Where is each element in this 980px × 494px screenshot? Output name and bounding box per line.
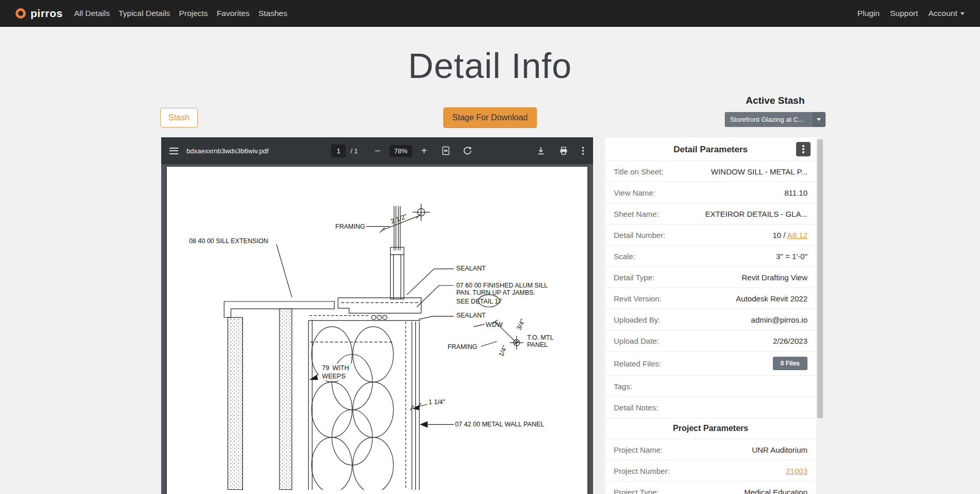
nav-item-plugin[interactable]: Plugin	[858, 9, 880, 18]
drawing-label: 1/4"	[497, 344, 509, 358]
menu-icon[interactable]	[169, 148, 178, 154]
stage-for-download-button[interactable]: Stage For Download	[443, 107, 537, 128]
brand-name: pirros	[30, 7, 63, 20]
param-row-project-number: Project Number: 21003	[605, 460, 816, 481]
drawing-label: 07 42 00 METAL WALL PANEL	[455, 421, 545, 428]
panel-menu-button[interactable]	[796, 142, 811, 156]
param-label: View Name:	[614, 188, 656, 197]
page-title: Detail Info	[0, 45, 980, 86]
param-value: Autodesk Revit 2022	[736, 294, 807, 303]
active-stash-select[interactable]: Storefront Glazing at C...	[725, 112, 826, 127]
panel-header: Detail Parameters	[605, 137, 816, 161]
zoom-in-button[interactable]: +	[419, 146, 429, 156]
param-label: Project Type:	[614, 488, 659, 494]
brand-logo[interactable]: pirros	[15, 7, 63, 20]
chevron-down-icon	[817, 118, 821, 121]
pdf-toolbar: bdxaexxrnb3wds3b6wiv.pdf 1 / 1 − 78% +	[161, 137, 593, 164]
nav-item-favorites[interactable]: Favorites	[216, 9, 250, 18]
param-row-related-files: Related Files: 0 Files	[605, 351, 816, 375]
print-icon[interactable]	[558, 146, 569, 156]
param-value: Revit Drafting View	[742, 273, 807, 282]
drawing-label: PAN. TURN UP AT JAMBS.	[456, 289, 535, 296]
param-row-title-on-sheet: Title on Sheet: WINDOW SILL - METAL P...	[605, 161, 816, 182]
param-row-revit-version: Revit Version: Autodesk Revit 2022	[605, 288, 816, 309]
param-label: Detail Number:	[614, 231, 665, 240]
param-row-upload-date: Upload Date: 2/26/2023	[605, 330, 816, 351]
detail-parameters-panel: Detail Parameters Title on Sheet: WINDOW…	[605, 137, 824, 494]
drawing-label: SEALANT	[456, 312, 486, 319]
drawing-label: WEEPS	[322, 373, 345, 380]
drawing-label: WITH	[333, 364, 349, 372]
drawing-label: 79	[322, 364, 329, 372]
rotate-icon[interactable]	[462, 146, 473, 156]
param-row-tags: Tags:	[605, 375, 816, 396]
drawing-label: 08 40 00 SILL EXTENSION	[189, 237, 268, 245]
nav-item-typical-details[interactable]: Typical Details	[118, 9, 170, 18]
zoom-out-button[interactable]: −	[372, 146, 383, 156]
nav-item-all-details[interactable]: All Details	[74, 9, 110, 18]
drawing-label: SEALANT	[456, 265, 486, 272]
pdf-canvas-area: FRAMING 2 1/2" 08 40 00 SILL EXTENSION S…	[161, 164, 593, 494]
pdf-page: FRAMING 2 1/2" 08 40 00 SILL EXTENSION S…	[167, 167, 587, 494]
drawing-label: FRAMING	[335, 223, 365, 230]
active-stash-heading: Active Stash	[725, 95, 826, 106]
drawing-label: SEE DETAIL 17	[456, 298, 502, 305]
param-row-detail-number: Detail Number: 10 / A8.12	[605, 224, 816, 245]
nav-item-projects[interactable]: Projects	[179, 9, 208, 18]
param-row-project-type: Project Type: Medical Education	[605, 481, 816, 494]
project-number-link[interactable]: 21003	[786, 467, 807, 475]
sheet-link[interactable]: A8.12	[787, 231, 807, 240]
param-label: Project Number:	[614, 467, 670, 475]
param-label: Detail Notes:	[614, 403, 658, 412]
param-row-detail-type: Detail Type: Revit Drafting View	[605, 266, 816, 288]
pdf-viewer: bdxaexxrnb3wds3b6wiv.pdf 1 / 1 − 78% +	[161, 137, 593, 494]
panel-scrollbar[interactable]	[816, 137, 824, 494]
drawing-label: WDW	[486, 321, 503, 328]
top-navbar: pirros All Details Typical Details Proje…	[0, 0, 980, 27]
param-value: WINDOW SILL - METAL P...	[711, 167, 807, 176]
param-row-project-name: Project Name: UNR Auditorium	[605, 439, 816, 460]
param-label: Sheet Name:	[614, 210, 659, 218]
param-value: UNR Auditorium	[752, 445, 807, 454]
project-parameters-heading: Project Parameters	[605, 418, 816, 439]
select-caret-area	[812, 112, 826, 127]
param-value: admin@pirros.io	[751, 315, 807, 324]
param-row-uploaded-by: Uploaded By: admin@pirros.io	[605, 309, 816, 330]
active-stash-value: Storefront Glazing at C...	[725, 116, 812, 123]
param-value: 2/26/2023	[773, 337, 807, 345]
drawing-label: 3/4"	[515, 318, 526, 331]
param-row-detail-notes: Detail Notes:	[605, 396, 816, 418]
page-number-input[interactable]: 1	[331, 145, 346, 157]
param-label: Tags:	[614, 382, 632, 391]
drawing-label: 2 1/2"	[390, 213, 408, 225]
page-count: / 1	[350, 147, 357, 155]
param-label: Project Name:	[614, 445, 663, 454]
pdf-filename: bdxaexxrnb3wds3b6wiv.pdf	[186, 147, 269, 155]
drawing-label: PANEL	[527, 341, 548, 348]
secondary-nav: Plugin Support Account	[858, 9, 965, 18]
nav-item-account[interactable]: Account	[928, 9, 965, 18]
download-icon[interactable]	[536, 146, 546, 156]
param-label: Related Files:	[614, 359, 661, 368]
drawing-label: T.O. MTL	[527, 334, 553, 341]
param-value: Medical Education	[744, 488, 807, 494]
param-label: Title on Sheet:	[614, 167, 663, 176]
chevron-down-icon	[960, 12, 965, 15]
param-label: Detail Type:	[614, 273, 655, 282]
detail-drawing: FRAMING 2 1/2" 08 40 00 SILL EXTENSION S…	[167, 167, 587, 490]
panel-title: Detail Parameters	[674, 145, 748, 154]
fit-page-icon[interactable]	[441, 146, 451, 156]
related-files-button[interactable]: 0 Files	[773, 357, 807, 370]
more-options-icon[interactable]	[581, 146, 585, 156]
drawing-label: 1 1/4"	[429, 399, 445, 406]
drawing-label: FRAMING	[447, 343, 477, 350]
pirros-logo-icon	[15, 8, 26, 19]
stash-button[interactable]: Stash	[160, 108, 198, 128]
param-row-view-name: View Name: 811.10	[605, 182, 816, 203]
nav-item-support[interactable]: Support	[890, 9, 918, 18]
param-label: Revit Version:	[614, 294, 662, 303]
nav-item-stashes[interactable]: Stashes	[258, 9, 287, 18]
param-value: EXTEIROR DETAILS - GLA...	[705, 210, 807, 218]
param-row-sheet-name: Sheet Name: EXTEIROR DETAILS - GLA...	[605, 203, 816, 224]
panel-scrollbar-thumb[interactable]	[817, 139, 823, 418]
